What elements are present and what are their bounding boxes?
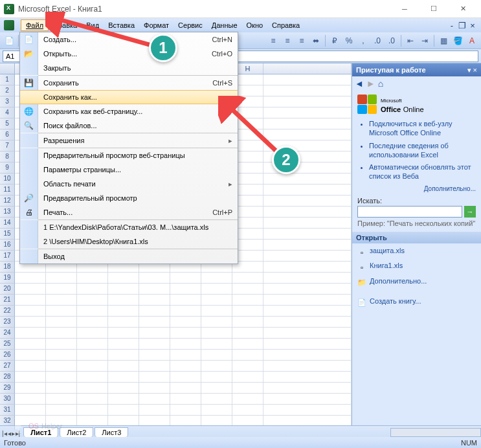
dec-decimal-icon[interactable]: .0 [385,34,398,47]
cell[interactable] [201,416,232,425]
row-header[interactable]: 26 [0,350,15,361]
cell[interactable] [263,350,352,361]
cell[interactable] [108,394,139,405]
cell[interactable] [46,317,77,328]
tp-link[interactable]: Подключиться к веб-узлу Microsoft Office… [369,119,476,138]
cell[interactable] [263,416,352,425]
fill-color-icon[interactable]: 🪣 [451,34,464,47]
menu-item[interactable]: Разрешения▸ [20,133,238,148]
cell[interactable] [77,394,108,405]
row-header[interactable]: 17 [0,251,15,262]
cell[interactable] [77,405,108,416]
cell[interactable] [46,350,77,361]
cell[interactable] [232,394,263,405]
tp-link-more[interactable]: Дополнительно... [357,185,476,193]
horizontal-scrollbar[interactable] [390,428,481,437]
borders-icon[interactable]: ▦ [437,34,450,47]
cell[interactable] [15,394,46,405]
cell[interactable] [15,339,46,350]
cell[interactable] [263,240,352,251]
menu-item[interactable]: Предварительный просмотр веб-страницы [20,148,238,162]
taskpane-close-icon[interactable]: × [473,66,477,74]
cell[interactable] [108,405,139,416]
cell[interactable] [77,295,108,306]
cell[interactable] [232,328,263,339]
cell[interactable] [15,383,46,394]
row-header[interactable]: 8 [0,151,15,162]
cell[interactable] [201,328,232,339]
row-header[interactable]: 24 [0,328,15,339]
menu-item[interactable]: 🔍Поиск файлов... [20,118,238,133]
row-header[interactable]: 30 [0,394,15,405]
select-all-corner[interactable] [0,63,15,74]
cell[interactable] [108,383,139,394]
nav-home-icon[interactable]: ⌂ [378,78,383,89]
nav-back-icon[interactable]: ◄ [355,78,364,89]
cell[interactable] [263,306,352,317]
cell[interactable] [108,372,139,383]
cell[interactable] [170,284,201,295]
cell[interactable] [108,284,139,295]
menu-item[interactable]: Закрыть [20,61,238,75]
cell[interactable] [201,405,232,416]
cell[interactable] [15,317,46,328]
cell[interactable] [201,339,232,350]
sheet-tab[interactable]: Лист3 [95,427,128,437]
tab-first-icon[interactable]: |◂ [2,430,7,437]
row-header[interactable]: 22 [0,306,15,317]
menu-item[interactable]: Область печати▸ [20,177,238,191]
cell[interactable] [139,328,170,339]
menu-tools[interactable]: Сервис [173,20,207,30]
cell[interactable] [232,405,263,416]
taskpane-dropdown-icon[interactable]: ▾ [467,66,471,74]
cell[interactable] [77,317,108,328]
recent-file[interactable]: ▫ защита.xls [357,246,476,258]
cell[interactable] [263,295,352,306]
cell[interactable] [108,416,139,425]
cell[interactable] [170,405,201,416]
align-left-icon[interactable]: ≡ [267,34,280,47]
row-header[interactable]: 15 [0,229,15,240]
cell[interactable] [46,295,77,306]
cell[interactable] [170,361,201,372]
cell[interactable] [15,405,46,416]
row-header[interactable]: 14 [0,218,15,229]
row-header[interactable]: 4 [0,107,15,118]
cell[interactable] [170,394,201,405]
cell[interactable] [139,350,170,361]
row-header[interactable]: 13 [0,207,15,218]
cell[interactable] [77,328,108,339]
cell[interactable] [139,361,170,372]
cell[interactable] [201,295,232,306]
row-header[interactable]: 9 [0,162,15,174]
cell[interactable] [263,284,352,295]
cell[interactable] [263,383,352,394]
row-header[interactable]: 27 [0,361,15,372]
cell[interactable] [170,328,201,339]
row-header[interactable]: 20 [0,284,15,295]
cell[interactable] [139,339,170,350]
align-right-icon[interactable]: ≡ [295,34,308,47]
cell[interactable] [263,328,352,339]
cell[interactable] [170,372,201,383]
tab-prev-icon[interactable]: ◂ [8,430,11,437]
cell[interactable] [46,306,77,317]
cell[interactable] [15,284,46,295]
cell[interactable] [108,306,139,317]
cell[interactable] [170,317,201,328]
cell[interactable] [139,372,170,383]
row-header[interactable]: 16 [0,240,15,251]
new-icon[interactable]: 📄 [3,34,16,47]
cell[interactable] [77,350,108,361]
menu-item[interactable]: Параметры страницы... [20,162,238,177]
cell[interactable] [201,317,232,328]
maximize-button[interactable]: ☐ [419,1,448,17]
row-header[interactable]: 3 [0,96,15,107]
minimize-button[interactable]: ─ [390,1,419,17]
currency-icon[interactable]: ₽ [328,34,341,47]
cell[interactable] [201,361,232,372]
recent-file[interactable]: ▫ Книга1.xls [357,261,476,273]
cell[interactable] [108,328,139,339]
cell[interactable] [263,207,352,218]
cell[interactable] [232,273,263,284]
